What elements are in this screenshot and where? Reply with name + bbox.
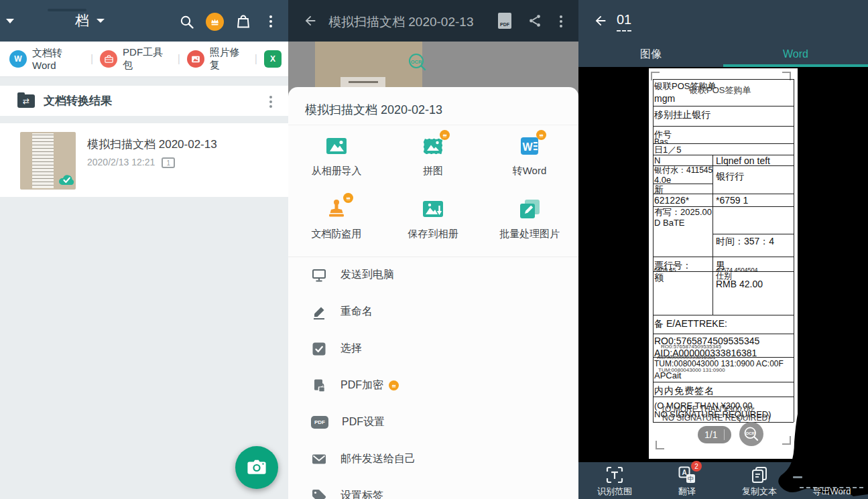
export-word-icon: W [823,466,841,484]
menu-select[interactable]: 选择 [288,330,578,367]
action-collage[interactable]: 拼图 [385,134,481,177]
dropdown-caret-icon [97,19,105,23]
ocr-line: APCait [654,371,681,380]
search-button[interactable] [179,14,195,33]
toolbar-translate[interactable]: 2 A 中 翻译 [651,462,723,499]
screen: 档 W 文档转Word | PDF [0,0,868,499]
menu-rename[interactable]: 重命名 [288,293,578,330]
menu-email-to-self[interactable]: 邮件发送给自己 [288,441,578,478]
section-overflow-menu-button[interactable] [267,94,275,110]
menu-set-tag[interactable]: 设置标签 [288,478,578,499]
crop-corner-mark [782,436,791,445]
excel-icon: X [264,50,282,68]
conversion-results-section[interactable]: ⇄ 文档转换结果 [0,86,288,116]
ocr-line-ghost: 银联POS签购单 [689,86,751,94]
back-arrow-icon[interactable] [303,13,318,28]
premium-crown-badge [440,130,450,140]
document-meta: 2020/2/13 12:211 [87,157,175,168]
menu-send-to-pc[interactable]: 发送到电脑 [288,257,578,293]
blob-dash-mark [793,476,802,478]
sheet-title: 模拟扫描文档 2020-02-13 [305,102,442,118]
rename-icon [311,304,327,320]
document-detail-panel: OCR 模拟扫描文档 2020-02-13 PDF 模拟扫描文档 2020-02… [288,0,578,499]
toolbar-copy-text[interactable]: 复制文本 [723,462,796,499]
left-app-bar: 档 [0,0,288,42]
ocr-zoom-button[interactable]: OCR [739,422,763,446]
shortcut-excel[interactable]: X [257,50,288,68]
ocr-line: 新 [654,185,664,194]
save-to-album-icon [421,197,445,221]
documents-list-panel: 档 W 文档转Word | PDF [0,0,288,499]
result-title-editable[interactable]: 01 [617,12,631,31]
shortcut-doc-to-word[interactable]: W 文档转Word [0,47,90,71]
left-title: 档 [75,11,89,30]
document-thumbnail[interactable] [20,132,76,190]
document-datetime: 2020/2/13 12:21 [87,157,155,167]
photo-icon [187,50,204,68]
ocr-badge: OCR [408,52,425,70]
tag-icon [311,488,327,499]
collapse-caret-icon[interactable] [6,19,14,23]
email-icon [311,451,327,468]
section-title: 文档转换结果 [44,93,112,109]
ocr-line: 银付水：411545 [654,166,712,174]
middle-overflow-menu-button[interactable] [557,13,565,29]
preview-label-smudge [349,81,378,83]
ocr-line: mgm [654,94,675,103]
document-preview-dimmed [315,42,422,87]
preview-label-box [340,77,385,87]
premium-button[interactable] [206,13,224,31]
tab-word[interactable]: Word [723,42,868,67]
copy-text-icon [751,466,768,484]
shopping-bag-icon [235,13,251,29]
toolbar-recognize-area[interactable]: 识别范围 [578,462,651,499]
folder-title-dropdown[interactable]: 档 [75,11,105,30]
word-result-panel: 01 图像 Word [578,0,868,499]
ocr-line: 6409 45 [654,267,676,271]
receipt-preview [32,133,54,188]
toolbar-export-word[interactable]: W 导出Word [796,462,868,499]
premium-crown-badge [343,193,353,203]
ocr-line: *6759 1 [716,196,748,205]
to-word-icon: W [517,134,542,158]
menu-pdf-settings[interactable]: PDF PDF设置 [288,404,578,441]
pdf-view-button[interactable]: PDF [498,13,511,29]
store-button[interactable] [235,13,251,32]
tab-image[interactable]: 图像 [578,42,723,67]
ocr-line: 时间：357：4 [716,236,774,246]
action-save-to-album[interactable]: 保存到相册 [385,197,481,240]
action-to-word[interactable]: W 转Word [481,134,578,177]
middle-title: 模拟扫描文档 2020-02-13 [328,13,473,31]
action-import-from-album[interactable]: 从相册导入 [288,134,385,177]
shortcut-pdf-toolkit[interactable]: PDF工具包 [93,46,178,72]
ocr-line: 日1／5 [654,145,681,154]
svg-text:W: W [828,472,835,479]
shortcut-photo-repair[interactable]: 照片修复 [180,46,255,72]
share-icon[interactable] [528,13,542,28]
document-title: 模拟扫描文档 2020-02-13 [87,137,217,152]
left-overflow-menu-button[interactable] [267,13,275,29]
ocr-line: 内内免费签名 [654,386,715,395]
right-app-bar: 01 [578,0,868,42]
menu-pdf-encrypt[interactable]: PDF加密 [288,367,578,404]
recognize-area-icon [606,466,623,484]
select-checkbox-icon [311,341,327,357]
svg-text:W: W [522,141,533,153]
back-arrow-icon[interactable] [593,13,608,28]
camera-fab[interactable] [235,446,278,489]
action-anti-theft[interactable]: 文档防盗用 [288,197,385,240]
document-list-item[interactable]: 模拟扫描文档 2020-02-13 2020/2/13 12:211 [0,123,288,197]
middle-app-bar: 模拟扫描文档 2020-02-13 PDF [288,0,578,42]
active-tab-indicator [723,64,868,67]
ocr-line: 银行行 [716,171,744,181]
word-toolbar: 识别范围 2 A 中 翻译 复制文本 [578,462,868,499]
action-batch-process[interactable]: 批量处理图片 [481,197,578,240]
ocr-line: 621226* [654,196,689,205]
ocr-line: 备 E/AETTREKE: [654,319,727,328]
pdf-settings-icon: PDF [311,416,328,429]
ocr-magnifier-icon: OCR [743,425,760,443]
collage-icon [421,134,445,158]
notification-badge: 2 [691,461,702,472]
anti-theft-stamp-icon [324,197,349,221]
ocr-result-page[interactable]: 银联POS签购单 银联POS签购单 mgm 移别挂止银行 作号 Bas 日1／5… [649,68,798,459]
